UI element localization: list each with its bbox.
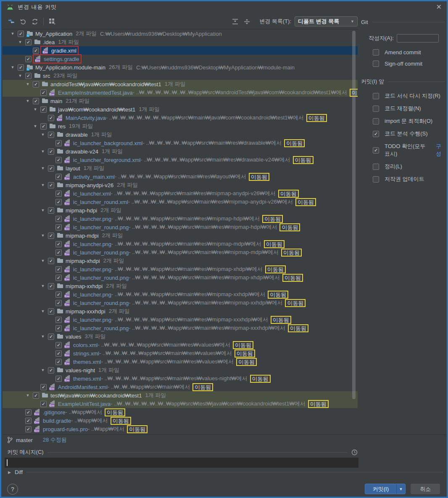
row-checkbox[interactable]: ✓: [48, 132, 54, 138]
branch-name[interactable]: master: [16, 437, 33, 443]
option-checkbox[interactable]: [373, 93, 379, 99]
expand-arrow-icon[interactable]: ▼: [23, 393, 33, 397]
amend-checkbox[interactable]: [373, 49, 379, 56]
tree-row[interactable]: ▼✓mipmap-xxhdpi2개 파일: [3, 282, 358, 290]
tree-row[interactable]: ▼✓mipmap-anydpi-v262개 파일: [3, 181, 358, 189]
option-checkbox[interactable]: [373, 176, 379, 183]
tree-row[interactable]: ▼✓mipmap-mdpi2개 파일: [3, 231, 358, 240]
row-checkbox[interactable]: ✓: [48, 115, 54, 121]
row-checkbox[interactable]: ✓: [25, 426, 32, 432]
configure-link[interactable]: 구성: [436, 143, 445, 158]
tree-row[interactable]: ✓C++activity_main.xml - ..₩..₩..₩..₩..₩a…: [3, 172, 358, 181]
row-checkbox[interactable]: ✓: [25, 418, 32, 424]
expand-arrow-icon[interactable]: ▼: [38, 334, 48, 339]
author-input[interactable]: [397, 34, 439, 42]
expand-arrow-icon[interactable]: ▼: [23, 82, 33, 86]
history-clock-icon[interactable]: [351, 449, 358, 456]
row-checkbox[interactable]: ✓: [55, 300, 62, 306]
row-checkbox[interactable]: ✓: [55, 241, 62, 247]
tree-row[interactable]: ✓C++ic_launcher.xml - ..₩..₩..₩..₩..₩app…: [3, 189, 358, 198]
row-checkbox[interactable]: ✓: [40, 106, 47, 113]
changelist-dropdown[interactable]: 디폴트 변경 목록 ▼: [295, 16, 358, 26]
tree-row[interactable]: ▼✓values3개 파일: [3, 332, 358, 341]
cancel-button[interactable]: 취소: [411, 484, 440, 494]
expand-arrow-icon[interactable]: ▼: [15, 40, 25, 44]
row-checkbox[interactable]: ✓: [48, 207, 54, 214]
option-checkbox[interactable]: ✓: [373, 147, 379, 154]
expand-arrow-icon[interactable]: ▼: [38, 284, 48, 288]
expand-arrow-icon[interactable]: ▼: [8, 65, 18, 69]
row-checkbox[interactable]: ✓: [40, 401, 47, 407]
expand-arrow-icon[interactable]: ▼: [38, 132, 48, 137]
tree-row[interactable]: ▼✓java₩com₩cookandroid₩test11개 파일: [3, 105, 358, 114]
tree-row[interactable]: ▼✓main21개 파일: [3, 97, 358, 105]
tree-row[interactable]: ✓C++ic_launcher_round.png - ..₩..₩..₩..₩…: [3, 324, 358, 332]
expand-arrow-icon[interactable]: ▼: [38, 149, 48, 154]
tree-row[interactable]: ▼✓res19개 파일: [3, 122, 358, 130]
row-checkbox[interactable]: ✓: [48, 182, 54, 188]
expand-arrow-icon[interactable]: ▼: [8, 32, 18, 36]
tree-row[interactable]: ✓C++ic_launcher_round.png - ..₩..₩..₩..₩…: [3, 299, 358, 307]
tree-row[interactable]: ✓C++colors.xml - ..₩..₩..₩..₩..₩app₩src₩…: [3, 341, 358, 349]
row-checkbox[interactable]: ✓: [55, 157, 62, 163]
tree-row[interactable]: ▼✓test₩java₩com₩cookandroid₩test11개 파일: [3, 391, 358, 400]
tree-row[interactable]: ✓C++ic_launcher_foreground.xml - ..₩..₩.…: [3, 156, 358, 164]
row-checkbox[interactable]: ✓: [48, 308, 54, 315]
tree-row[interactable]: ▼✓mipmap-xhdpi2개 파일: [3, 257, 358, 265]
tree-row[interactable]: ✓C++themes.xml - ..₩..₩..₩..₩..₩app₩src₩…: [3, 358, 358, 366]
row-checkbox[interactable]: ✓: [18, 64, 24, 71]
expand-arrow-icon[interactable]: ▼: [38, 368, 48, 372]
expand-arrow-icon[interactable]: ▼: [38, 166, 48, 170]
tree-row[interactable]: ▼✓drawable1개 파일: [3, 130, 358, 139]
option-checkbox[interactable]: [373, 164, 379, 170]
row-checkbox[interactable]: ✓: [55, 266, 62, 273]
commit-button-label[interactable]: 커밋(I): [365, 485, 396, 493]
close-icon[interactable]: ✕: [436, 4, 442, 11]
row-checkbox[interactable]: ✓: [40, 384, 47, 390]
tree-row[interactable]: ✓C++themes.xml - ..₩..₩..₩..₩..₩app₩src₩…: [3, 374, 358, 383]
row-checkbox[interactable]: ✓: [25, 409, 32, 416]
tree-row[interactable]: ▼✓layout1개 파일: [3, 164, 358, 172]
commit-dropdown-icon[interactable]: ▼: [397, 487, 405, 491]
row-checkbox[interactable]: ✓: [33, 392, 39, 399]
expand-arrow-icon[interactable]: ▼: [38, 208, 48, 212]
tree-row[interactable]: ✓C++strings.xml - ..₩..₩..₩..₩..₩app₩src…: [3, 349, 358, 358]
show-diff-icon[interactable]: [6, 17, 16, 26]
row-checkbox[interactable]: ✓: [55, 359, 62, 365]
row-checkbox[interactable]: ✓: [55, 291, 62, 298]
tree-row[interactable]: ✓C++ic_launcher_round.png - ..₩..₩..₩..₩…: [3, 248, 358, 257]
tree-row[interactable]: ▼✓.idea1개 파일: [3, 38, 358, 46]
row-checkbox[interactable]: ✓: [48, 148, 54, 155]
diff-collapsed-icon[interactable]: ▶: [8, 470, 11, 474]
row-checkbox[interactable]: ✓: [55, 342, 62, 348]
tree-row[interactable]: ✓C++proguard-rules.pro - ..₩app₩에서이동됨: [3, 425, 358, 433]
expand-arrow-icon[interactable]: ▼: [30, 107, 40, 111]
row-checkbox[interactable]: ✓: [55, 376, 62, 382]
signoff-checkbox[interactable]: [373, 61, 379, 67]
tree-row[interactable]: ✓C++ic_launcher.png - ..₩..₩..₩..₩..₩app…: [3, 265, 358, 273]
tree-row[interactable]: ▼✓drawable-v241개 파일: [3, 147, 358, 156]
tree-row[interactable]: ▼✓mipmap-hdpi2개 파일: [3, 206, 358, 215]
tree-row[interactable]: ✓C++ic_launcher.png - ..₩..₩..₩..₩..₩app…: [3, 290, 358, 299]
tree-row[interactable]: ▼✓My_Application2개 파일C:₩Users₩ruddms936₩…: [3, 29, 358, 38]
expand-arrow-icon[interactable]: ▼: [38, 309, 48, 313]
tree-row[interactable]: ✓C++ic_launcher.png - ..₩..₩..₩..₩..₩app…: [3, 315, 358, 324]
tree-row[interactable]: ✓C++settings.gradle: [3, 55, 358, 63]
row-checkbox[interactable]: ✓: [48, 334, 54, 340]
tree-row[interactable]: ✓C++ExampleUnitTest.java - ..₩..₩..₩..₩.…: [3, 400, 358, 408]
expand-arrow-icon[interactable]: ▼: [23, 99, 33, 103]
row-checkbox[interactable]: ✓: [18, 31, 24, 37]
expand-all-icon[interactable]: [230, 17, 240, 26]
row-checkbox[interactable]: ✓: [55, 224, 62, 230]
refresh-icon[interactable]: [30, 17, 40, 26]
row-checkbox[interactable]: ✓: [33, 98, 39, 104]
tree-row[interactable]: ✓C++ic_launcher_round.png - ..₩..₩..₩..₩…: [3, 273, 358, 282]
row-checkbox[interactable]: ✓: [55, 174, 62, 180]
row-checkbox[interactable]: ✓: [40, 123, 47, 130]
option-checkbox[interactable]: [373, 118, 379, 124]
row-checkbox[interactable]: ✓: [40, 90, 47, 96]
tree-row[interactable]: ✓C++gradle.xml: [3, 46, 358, 55]
row-checkbox[interactable]: ✓: [55, 317, 62, 323]
tree-row[interactable]: ✓C++ic_launcher_background.xml - ..₩..₩.…: [3, 139, 358, 147]
commit-message-input[interactable]: [5, 458, 358, 468]
